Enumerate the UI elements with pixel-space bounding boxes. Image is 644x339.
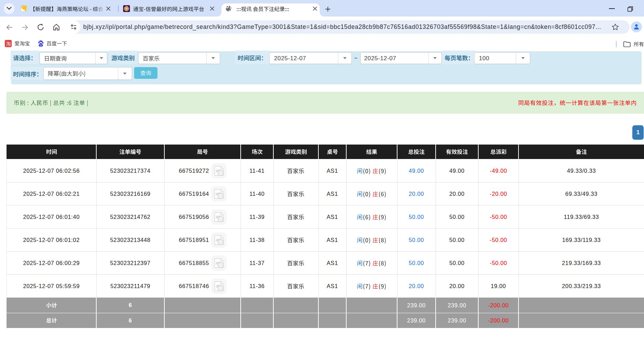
- svg-text:du: du: [40, 44, 42, 46]
